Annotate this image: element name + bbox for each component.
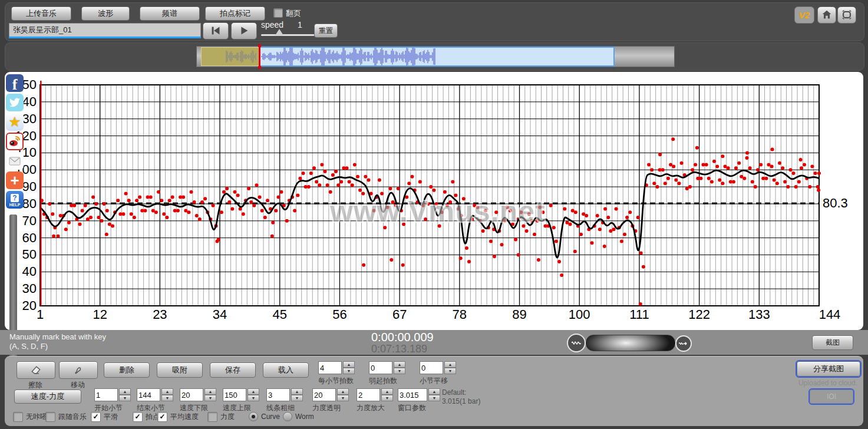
- beat-dot[interactable]: [732, 180, 735, 183]
- beat-dot[interactable]: [672, 165, 675, 169]
- beat-dot[interactable]: [274, 209, 278, 213]
- beat-dot[interactable]: [694, 163, 697, 167]
- upload-music-button[interactable]: 上传音乐: [11, 6, 71, 21]
- beat-dot[interactable]: [770, 165, 774, 169]
- beat-dot[interactable]: [329, 190, 332, 194]
- beat-dot[interactable]: [596, 214, 599, 217]
- beat-dot[interactable]: [808, 185, 811, 189]
- beat-dot[interactable]: [585, 214, 588, 217]
- radio-button[interactable]: [283, 412, 292, 421]
- beat-dot[interactable]: [277, 195, 280, 199]
- beat-dot[interactable]: [429, 185, 433, 189]
- beat-dot[interactable]: [650, 168, 654, 171]
- beat-dot[interactable]: [309, 171, 313, 175]
- spin-up-icon[interactable]: ▲: [119, 388, 131, 395]
- share-plus-share-icon[interactable]: +: [6, 171, 24, 189]
- beat-dot[interactable]: [315, 180, 318, 183]
- beat-dot[interactable]: [151, 209, 155, 213]
- beat-dot[interactable]: [78, 223, 82, 226]
- beat-dot[interactable]: [48, 202, 51, 206]
- beat-dot[interactable]: [227, 200, 231, 204]
- line-width-input[interactable]: [266, 388, 290, 401]
- beat-dot[interactable]: [154, 210, 158, 214]
- beat-dot[interactable]: [193, 200, 196, 204]
- spin-up-icon[interactable]: ▲: [204, 388, 216, 395]
- beat-dot[interactable]: [401, 263, 405, 267]
- beat-dot[interactable]: [590, 241, 594, 245]
- beat-dot[interactable]: [220, 210, 223, 214]
- beat-dot[interactable]: [418, 180, 422, 183]
- option-2[interactable]: 跟随音乐: [45, 412, 87, 422]
- beat-dot[interactable]: [664, 182, 667, 185]
- beat-dot[interactable]: [432, 189, 435, 192]
- beat-dot[interactable]: [348, 180, 351, 183]
- prev-button[interactable]: [203, 22, 229, 39]
- beat-dot[interactable]: [669, 163, 672, 167]
- beat-dot[interactable]: [737, 161, 741, 165]
- option-4[interactable]: ✓拍点: [133, 412, 160, 422]
- beat-dot[interactable]: [639, 252, 643, 255]
- spin-down-icon[interactable]: ▼: [161, 395, 173, 401]
- beat-dot[interactable]: [351, 183, 354, 187]
- beat-dot[interactable]: [685, 187, 689, 190]
- beat-dot[interactable]: [320, 163, 324, 167]
- beat-dot[interactable]: [615, 207, 618, 211]
- beat-dot[interactable]: [557, 260, 561, 263]
- beat-dot[interactable]: [792, 171, 796, 175]
- beat-dot[interactable]: [549, 204, 553, 207]
- checkbox-box[interactable]: ✓: [133, 412, 143, 422]
- beat-dot[interactable]: [364, 175, 367, 179]
- beat-dot[interactable]: [771, 148, 774, 151]
- spin-up-icon[interactable]: ▲: [291, 388, 303, 395]
- beat-dot[interactable]: [89, 216, 93, 219]
- waveform-button[interactable]: 波形: [81, 6, 130, 21]
- ioi-button[interactable]: IOI: [810, 390, 853, 404]
- beat-dot[interactable]: [57, 235, 60, 238]
- beat-dot[interactable]: [603, 245, 606, 248]
- beat-dot[interactable]: [552, 226, 556, 229]
- beat-dot[interactable]: [761, 177, 765, 180]
- beat-dot[interactable]: [443, 190, 447, 194]
- beat-dot[interactable]: [625, 216, 629, 219]
- beat-dot[interactable]: [271, 221, 275, 225]
- beat-dot[interactable]: [751, 180, 754, 183]
- beat-dot[interactable]: [817, 171, 821, 175]
- beat-dot[interactable]: [100, 219, 104, 223]
- beat-dot[interactable]: [407, 182, 411, 185]
- beat-dot[interactable]: [280, 190, 283, 194]
- beat-dot[interactable]: [574, 210, 577, 214]
- beat-dot[interactable]: [525, 229, 529, 233]
- beat-dot[interactable]: [579, 233, 583, 236]
- beat-dot[interactable]: [748, 166, 752, 170]
- tempo-min-input[interactable]: [180, 388, 203, 401]
- beat-dot[interactable]: [296, 194, 299, 197]
- beat-dot[interactable]: [171, 195, 174, 199]
- beat-dot[interactable]: [680, 161, 684, 165]
- speed-slider[interactable]: [261, 34, 315, 36]
- beat-dot[interactable]: [176, 209, 180, 213]
- beat-dot[interactable]: [97, 216, 100, 219]
- beat-dot[interactable]: [799, 158, 803, 161]
- twitter-share-icon[interactable]: [6, 94, 24, 111]
- weibo-share-icon[interactable]: [6, 133, 24, 150]
- spin-down-icon[interactable]: ▼: [247, 395, 259, 401]
- beat-dot[interactable]: [778, 161, 781, 165]
- beat-dot[interactable]: [493, 255, 496, 258]
- beat-dot[interactable]: [266, 199, 269, 202]
- beat-dot[interactable]: [94, 202, 98, 206]
- beat-dot[interactable]: [157, 190, 160, 194]
- beat-dot[interactable]: [124, 192, 128, 196]
- beat-dot[interactable]: [116, 199, 120, 202]
- beat-dot[interactable]: [111, 224, 114, 227]
- end-bar-input[interactable]: [137, 388, 160, 401]
- beat-dot[interactable]: [727, 166, 730, 170]
- beat-dot[interactable]: [620, 239, 623, 243]
- beat-dot[interactable]: [759, 163, 763, 167]
- beat-dot[interactable]: [707, 177, 711, 180]
- beat-dot[interactable]: [754, 185, 757, 189]
- beat-dot[interactable]: [52, 235, 55, 238]
- beat-dot[interactable]: [598, 227, 602, 231]
- beat-dot[interactable]: [569, 223, 572, 226]
- beat-dot[interactable]: [367, 179, 371, 182]
- beat-dot[interactable]: [724, 165, 727, 169]
